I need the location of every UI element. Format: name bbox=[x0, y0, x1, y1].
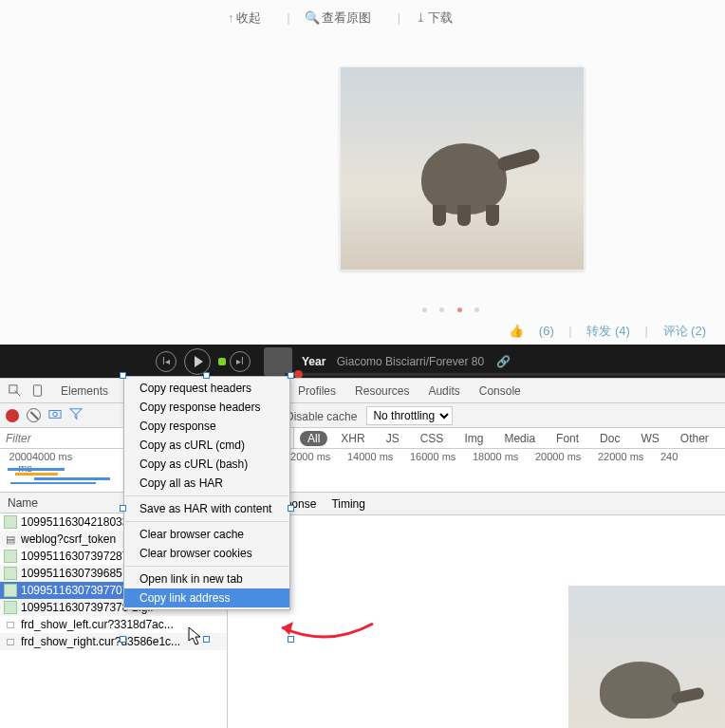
menu-item-copy-all-as-har[interactable]: Copy all as HAR bbox=[124, 474, 289, 493]
selection-handle-icon bbox=[288, 505, 294, 512]
timeline-activity bbox=[6, 468, 120, 487]
disable-cache-label: Disable cache bbox=[286, 410, 357, 423]
dot-4[interactable] bbox=[474, 308, 479, 312]
webpage-area: ↑收起 | 🔍查看原图 | ⤓下载 👍 (6) | 转发 (4) | 评论 (2… bbox=[0, 0, 725, 345]
menu-item-copy-request-headers[interactable]: Copy request headers bbox=[124, 379, 289, 398]
selection-handle-icon bbox=[288, 372, 294, 379]
img-file-icon bbox=[4, 567, 17, 580]
track-info: Year Giacomo Bisciarri/Forever 80 🔗 bbox=[302, 355, 511, 368]
request-row[interactable]: frd_show_left.cur?3318d7ac... bbox=[0, 616, 227, 633]
timeline-tick: 22000 ms bbox=[598, 451, 660, 474]
divider: | bbox=[287, 10, 289, 25]
selection-handle-icon bbox=[120, 505, 126, 512]
device-icon[interactable] bbox=[28, 383, 46, 400]
selection-handle-icon bbox=[120, 636, 126, 643]
type-pill-js[interactable]: JS bbox=[379, 431, 407, 446]
other-file-icon bbox=[4, 618, 17, 631]
selection-handle-icon bbox=[120, 372, 126, 379]
track-title: Year bbox=[302, 355, 325, 368]
play-indicator-icon bbox=[218, 358, 226, 365]
tab-console[interactable]: Console bbox=[470, 379, 530, 403]
request-name: 10995116304218033 bbox=[21, 513, 128, 531]
magnifier-icon: 🔍 bbox=[305, 10, 320, 25]
preview-tab-timing[interactable]: Timing bbox=[331, 497, 365, 511]
menu-separator bbox=[125, 521, 288, 522]
network-toolbar: Disable cache No throttling bbox=[0, 403, 725, 428]
tab-resources[interactable]: Resources bbox=[345, 379, 418, 403]
img-file-icon bbox=[4, 584, 17, 597]
record-button[interactable] bbox=[6, 409, 19, 422]
type-pill-other[interactable]: Other bbox=[673, 431, 716, 446]
type-pill-doc[interactable]: Doc bbox=[592, 431, 627, 446]
view-original-button[interactable]: 🔍查看原图 bbox=[305, 10, 382, 25]
download-icon: ⤓ bbox=[416, 10, 426, 25]
up-icon: ↑ bbox=[228, 10, 234, 25]
doc-file-icon bbox=[4, 532, 17, 546]
comment-button[interactable]: 评论 (2) bbox=[663, 324, 707, 338]
type-pill-media[interactable]: Media bbox=[496, 431, 543, 446]
menu-item-copy-as-curl-cmd-[interactable]: Copy as cURL (cmd) bbox=[124, 436, 289, 455]
type-pill-font[interactable]: Font bbox=[548, 431, 586, 446]
like-button[interactable]: 👍 (6) bbox=[509, 324, 554, 338]
request-details: ew Response Timing bbox=[228, 493, 725, 728]
timeline-tick: 240 bbox=[660, 451, 723, 474]
menu-item-copy-response-headers[interactable]: Copy response headers bbox=[124, 398, 289, 417]
collapse-button[interactable]: ↑收起 bbox=[228, 10, 272, 25]
link-icon[interactable]: 🔗 bbox=[496, 355, 511, 368]
tab-audits[interactable]: Audits bbox=[418, 379, 469, 403]
menu-item-copy-response[interactable]: Copy response bbox=[124, 417, 289, 436]
divider: | bbox=[398, 10, 400, 25]
type-filter-pills: AllXHRJSCSSImgMediaFontDocWSOther bbox=[294, 428, 722, 448]
timeline-overview[interactable]: 2000 ms4000 ms12000 ms14000 ms16000 ms18… bbox=[0, 449, 725, 493]
type-pill-ws[interactable]: WS bbox=[633, 431, 666, 446]
menu-item-open-link-in-new-tab[interactable]: Open link in new tab bbox=[124, 569, 289, 588]
request-row[interactable]: frd_show_right.cur?d3586e1c... bbox=[0, 633, 227, 650]
dot-2[interactable] bbox=[439, 308, 444, 312]
svg-rect-2 bbox=[49, 411, 61, 419]
filter-icon[interactable] bbox=[69, 407, 83, 423]
svg-point-3 bbox=[53, 412, 57, 416]
repost-button[interactable]: 转发 (4) bbox=[586, 324, 630, 338]
music-player-bar: I◂ ▸I Year Giacomo Bisciarri/Forever 80 … bbox=[0, 345, 725, 378]
cat-image-content bbox=[412, 134, 535, 224]
carousel-dots[interactable] bbox=[418, 302, 484, 315]
play-button[interactable] bbox=[184, 348, 211, 375]
dot-1[interactable] bbox=[422, 308, 427, 312]
menu-item-clear-browser-cache[interactable]: Clear browser cache bbox=[124, 525, 289, 544]
request-name: 1099511630739685 bbox=[21, 565, 122, 582]
request-name: frd_show_right.cur?d3586e1c... bbox=[21, 633, 180, 650]
clear-button[interactable] bbox=[27, 408, 41, 422]
menu-item-copy-as-curl-bash-[interactable]: Copy as cURL (bash) bbox=[124, 455, 289, 474]
progress-bar[interactable] bbox=[285, 373, 725, 376]
type-pill-img[interactable]: Img bbox=[456, 431, 491, 446]
dot-3[interactable] bbox=[457, 308, 462, 312]
type-pill-xhr[interactable]: XHR bbox=[333, 431, 372, 446]
filter-row: AllXHRJSCSSImgMediaFontDocWSOther bbox=[0, 428, 725, 449]
context-menu[interactable]: Copy request headersCopy response header… bbox=[123, 376, 290, 610]
timeline-tick: 14000 ms bbox=[347, 451, 410, 474]
next-track-button[interactable]: ▸I bbox=[230, 351, 251, 372]
request-name: frd_show_left.cur?3318d7ac... bbox=[21, 616, 174, 633]
capture-screenshot-icon[interactable] bbox=[48, 407, 62, 423]
image-preview[interactable] bbox=[340, 66, 585, 271]
tab-elements[interactable]: Elements bbox=[51, 379, 118, 403]
other-file-icon bbox=[4, 635, 17, 648]
download-button[interactable]: ⤓下载 bbox=[416, 10, 464, 25]
inspect-icon[interactable] bbox=[6, 383, 23, 400]
request-name: weblog?csrf_token bbox=[21, 531, 116, 548]
selection-handle-icon bbox=[288, 636, 294, 643]
download-label: 下载 bbox=[428, 10, 453, 25]
menu-item-clear-browser-cookies[interactable]: Clear browser cookies bbox=[124, 544, 289, 563]
social-bar: 👍 (6) | 转发 (4) | 评论 (2) bbox=[497, 323, 706, 340]
menu-item-copy-link-address[interactable]: Copy link address bbox=[124, 588, 289, 607]
type-pill-all[interactable]: All bbox=[300, 431, 327, 446]
album-cover[interactable] bbox=[264, 347, 292, 376]
image-toolbar: ↑收起 | 🔍查看原图 | ⤓下载 bbox=[228, 9, 475, 27]
tab-profiles[interactable]: Profiles bbox=[288, 379, 345, 403]
preview-body bbox=[228, 515, 725, 728]
timeline-tick: 18000 ms bbox=[473, 451, 535, 474]
prev-track-button[interactable]: I◂ bbox=[156, 351, 177, 372]
type-pill-css[interactable]: CSS bbox=[413, 431, 452, 446]
menu-item-save-as-har-with-content[interactable]: Save as HAR with content bbox=[124, 499, 289, 518]
throttling-select[interactable]: No throttling bbox=[366, 406, 453, 425]
